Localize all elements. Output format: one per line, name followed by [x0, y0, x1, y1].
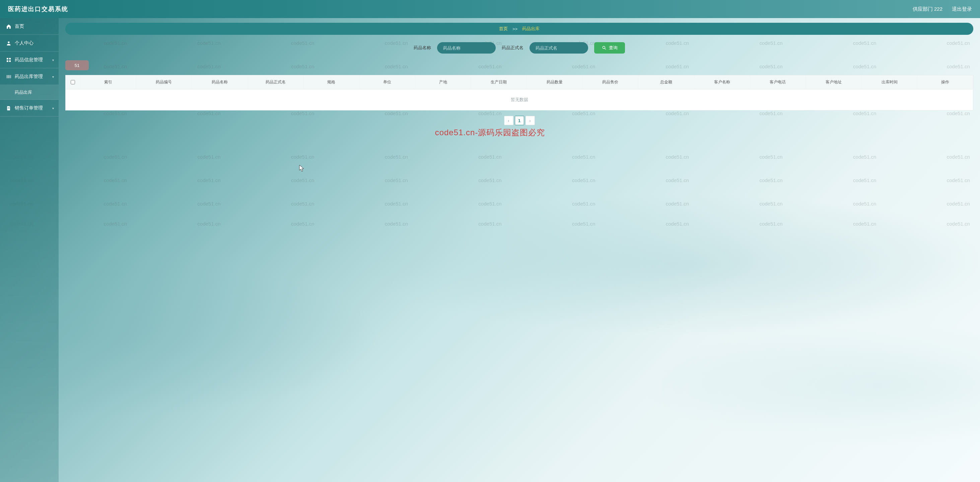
- th-phone: 客户电话: [750, 75, 806, 89]
- th-index: 索引: [80, 75, 136, 89]
- table: 索引 药品编号 药品名称 药品正式名 规格 单位 产地 生产日期 药品数量 药品…: [65, 75, 973, 111]
- th-formal: 药品正式名: [248, 75, 304, 89]
- barcode-icon: [6, 74, 11, 79]
- table-header: 索引 药品编号 药品名称 药品正式名 规格 单位 产地 生产日期 药品数量 药品…: [66, 75, 973, 89]
- sidebar-item-label: 销售订单管理: [15, 105, 43, 111]
- svg-rect-8: [9, 75, 10, 78]
- th-name: 药品名称: [192, 75, 248, 89]
- chevron-down-icon: ▾: [52, 106, 54, 110]
- chevron-down-icon: ▾: [52, 75, 54, 78]
- table-empty: 暂无数据: [66, 89, 973, 110]
- sidebar-item-label: 药品信息管理: [15, 57, 43, 63]
- th-outtime: 出库时间: [862, 75, 918, 89]
- th-cust: 客户名称: [694, 75, 750, 89]
- chevron-down-icon: ▾: [52, 58, 54, 62]
- pager-next[interactable]: ›: [525, 116, 535, 125]
- th-unit: 单位: [360, 75, 415, 89]
- svg-rect-1: [7, 58, 8, 60]
- topbar: 医药进出口交易系统 供应部门 222 退出登录: [0, 0, 980, 18]
- search-label-2: 药品正式名: [502, 45, 523, 51]
- svg-rect-12: [8, 108, 10, 108]
- svg-point-0: [8, 41, 10, 43]
- pager: ‹ 1 ›: [65, 116, 973, 125]
- th-total: 总金额: [638, 75, 694, 89]
- home-icon: [6, 24, 11, 29]
- svg-rect-6: [8, 75, 8, 78]
- sidebar-item-profile[interactable]: 个人中心: [0, 35, 59, 52]
- th-spec: 规格: [304, 75, 360, 89]
- sidebar-item-orders[interactable]: 销售订单管理 ▾: [0, 100, 59, 116]
- svg-line-14: [605, 49, 606, 49]
- svg-point-13: [603, 46, 605, 49]
- search-row: 药品名称 药品正式名 查询: [65, 42, 973, 54]
- th-origin: 产地: [415, 75, 471, 89]
- th-ops: 操作: [917, 75, 973, 89]
- pager-prev[interactable]: ‹: [504, 116, 514, 125]
- sidebar-item-label: 药品出库管理: [15, 74, 43, 80]
- drug-name-input[interactable]: [437, 42, 496, 54]
- th-proddate: 生产日期: [471, 75, 527, 89]
- search-button-label: 查询: [609, 45, 617, 51]
- breadcrumb-current: 药品出库: [522, 26, 539, 32]
- sidebar-item-drug-info[interactable]: 药品信息管理 ▾: [0, 52, 59, 68]
- logout-link[interactable]: 退出登录: [952, 6, 972, 13]
- table-header-checkbox[interactable]: [66, 75, 80, 89]
- search-button[interactable]: 查询: [594, 42, 625, 54]
- sidebar-sub-label: 药品出库: [15, 89, 32, 95]
- svg-rect-7: [8, 75, 9, 78]
- breadcrumb-home[interactable]: 首页: [499, 26, 508, 32]
- sidebar-item-label: 首页: [15, 24, 24, 29]
- breadcrumb: 首页 >> 药品出库: [65, 23, 973, 35]
- svg-rect-2: [9, 58, 11, 60]
- breadcrumb-sep: >>: [512, 27, 517, 32]
- main-content: 首页 >> 药品出库 药品名称 药品正式名 查询 51: [59, 18, 980, 482]
- svg-rect-10: [11, 75, 11, 78]
- svg-rect-11: [8, 107, 10, 108]
- search-label-1: 药品名称: [414, 45, 431, 51]
- sidebar-item-home[interactable]: 首页: [0, 18, 59, 35]
- th-code: 药品编号: [136, 75, 192, 89]
- th-price: 药品售价: [583, 75, 639, 89]
- svg-rect-4: [9, 60, 11, 62]
- badge-red: 51: [65, 60, 89, 70]
- th-qty: 药品数量: [527, 75, 583, 89]
- pager-page-1[interactable]: 1: [515, 116, 524, 125]
- user-icon: [6, 41, 11, 46]
- sidebar-item-label: 个人中心: [15, 40, 33, 46]
- select-all-checkbox[interactable]: [71, 80, 75, 84]
- search-icon: [601, 45, 607, 51]
- th-addr: 客户地址: [806, 75, 862, 89]
- sidebar-item-outbound[interactable]: 药品出库管理 ▾: [0, 68, 59, 85]
- sidebar: 首页 个人中心 药品信息管理 ▾ 药品出库管理 ▾ 药品出库: [0, 18, 59, 482]
- drug-formal-name-input[interactable]: [530, 42, 588, 54]
- sidebar-sub-outbound-list[interactable]: 药品出库: [0, 85, 59, 100]
- grid-icon: [6, 57, 11, 63]
- app-title: 医药进出口交易系统: [8, 5, 68, 13]
- svg-rect-3: [7, 60, 8, 62]
- user-label[interactable]: 供应部门 222: [913, 6, 942, 13]
- doc-icon: [6, 105, 11, 111]
